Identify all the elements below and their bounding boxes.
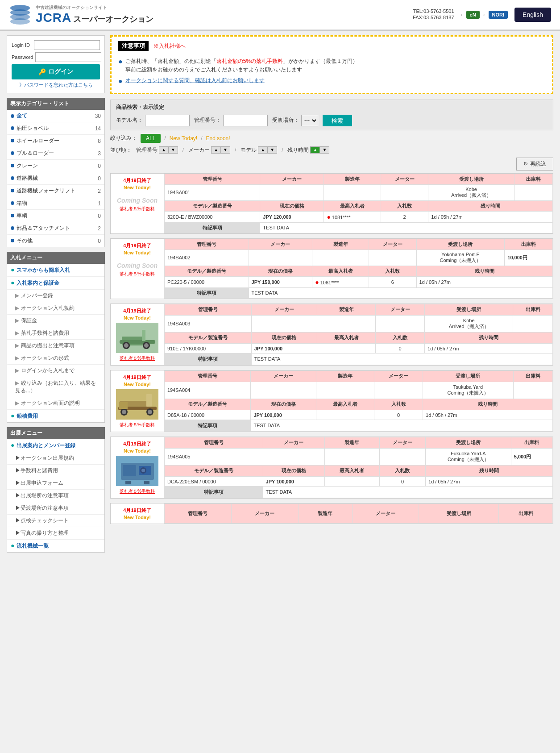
sort-mgmt-btns: ▲ ▼ [159,146,178,154]
notice-link[interactable]: オークションに関する質問、確認は入札前にお願いします [125,77,265,84]
item-end-date-4: 4月19日終了 [114,374,160,381]
header-contact: TEL:03-5763-5501 FAX:03-5763-8187 [413,8,454,21]
item-table-6: 管理番号 メーカー 製造年 メーター 受渡し場所 出庫料 [164,503,553,524]
sort-remaining-btns: ▲ ▼ [310,146,329,154]
exhibit-menu-unsold[interactable]: ●流札機械一覧 [7,540,104,552]
bid-menu-fees[interactable]: ▶落札手数料と諸費用 [7,327,104,340]
filter-new-today-link[interactable]: New Today! [170,135,197,141]
english-button[interactable]: English [514,8,551,22]
sort-remaining-desc[interactable]: ▼ [320,147,329,153]
category-item-other[interactable]: その他 0 [7,235,104,247]
mgmt-input[interactable] [223,115,268,126]
bid-menu-guide[interactable]: ●入札案内と保証金 [7,277,104,290]
bid-menu: ●スマホからも簡単入札 ●入札案内と保証金 ▶メンバー登録 ▶オークション入札規… [7,264,105,423]
filter-all-button[interactable]: ALL [141,134,161,143]
item-table-5: 管理番号 メーカー 製造年 メーター 受渡し場所 出庫料 194SA005 Fu… [164,437,553,498]
exhibit-menu-title: 出展メニュー [7,427,105,439]
category-item-all[interactable]: 全て 30 [7,110,104,122]
category-item-road[interactable]: 道路機械 0 [7,172,104,185]
model-input[interactable] [145,115,190,126]
item-fee-link-4[interactable]: 落札者５%手数料 [114,422,160,428]
bid-menu-shipping[interactable]: ▶商品の搬出と注意事項 [7,340,104,352]
login-button[interactable]: 🔑 ログイン [12,64,100,79]
sort-mgmt-asc[interactable]: ▲ [159,147,169,153]
sort-maker-desc[interactable]: ▼ [221,147,230,153]
exhibit-menu-guide[interactable]: ●出展案内とメンバー登録 [7,439,104,452]
bid-menu-filter[interactable]: ▶絞り込み（お気に入り、結果を見る...） [7,377,104,397]
category-item-box[interactable]: 箱物 1 [7,197,104,210]
filter-end-soon-link[interactable]: End soon! [206,135,230,141]
category-item-wheel-loader[interactable]: ホイールローダー 8 [7,135,104,147]
exhibit-menu-rules[interactable]: ▶オークション出展規約 [7,452,104,465]
exhibit-menu-checklist[interactable]: ▶点検チェックシート [7,515,104,527]
category-item-vehicle[interactable]: 車輌 0 [7,210,104,222]
model-label: モデル名： [116,116,143,124]
bid-menu-shipping-cost[interactable]: ●船積費用 [7,410,104,422]
sort-model-desc[interactable]: ▼ [268,147,277,153]
sort-model-asc[interactable]: ▲ [258,147,268,153]
key-icon: 🔑 [38,68,46,75]
item-new-badge-6: New Today! [114,515,160,520]
bid-menu-deposit[interactable]: ▶保証金 [7,315,104,327]
notice-item-1: ● ご落札時、「落札金額」の他に別途「落札金額の5%の落札手数料」がかかります（… [118,57,545,74]
logo-main: JCRA スーパーオークション [36,11,153,25]
item-fee-link-2[interactable]: 落札者５%手数料 [114,271,160,277]
bid-menu-format[interactable]: ▶オークションの形式 [7,352,104,365]
sort-mgmt-desc[interactable]: ▼ [169,147,178,153]
exhibit-menu-venue-notes[interactable]: ▶出展場所の注意事項 [7,490,104,502]
sort-maker-asc[interactable]: ▲ [212,147,221,153]
item-left-4: 4月19日終了 New Today! [111,370,164,432]
bid-menu-screen[interactable]: ▶オークション画面の説明 [7,397,104,410]
login-btn-label: ログイン [48,68,73,76]
exhibit-menu: ●出展案内とメンバー登録 ▶オークション出展規約 ▶手数料と諸費用 ▶出展申込フ… [7,439,105,553]
reload-button[interactable]: ↻ 再読込 [516,158,553,171]
notice-highlight: 落札金額の5%の落札手数料 [216,58,283,64]
item-new-badge-3: New Today! [114,315,160,320]
item-fee-link-5[interactable]: 落札者５%手数料 [114,488,160,495]
item-end-date-3: 4月19日終了 [114,308,160,314]
item-table-1: 管理番号 メーカー 製造年 メーター 受渡し場所 出庫料 194SA001 Ko… [164,174,553,233]
category-dot-all: 全て [11,112,27,120]
logo-subtitle: 中古建設機械のオークションサイト [36,4,153,11]
notice-title: 注意事項 [118,41,149,51]
bid-menu-rules[interactable]: ▶オークション入札規約 [7,302,104,315]
item-fee-link-1[interactable]: 落札者５%手数料 [114,206,160,212]
sort-row: 並び順： 管理番号 ▲ ▼ / メーカー ▲ ▼ / モデル ▲ [110,146,553,154]
password-label: Password [12,54,33,60]
bid-menu-login-process[interactable]: ▶ログインから入札まで [7,365,104,377]
svg-rect-11 [142,330,145,341]
category-item-crane[interactable]: クレーン 0 [7,160,104,172]
item-image-5 [116,456,158,486]
category-item-parts[interactable]: 部品＆アタッチメント 2 [7,222,104,235]
item-image-3 [116,323,158,353]
exhibit-menu-photos[interactable]: ▶写真の撮り方と整理 [7,527,104,540]
bid-menu-member[interactable]: ▶メンバー登録 [7,290,104,302]
search-button[interactable]: 検索 [323,115,352,126]
item-fee-link-3[interactable]: 落札者５%手数料 [114,355,160,362]
notice-item-2: ● オークションに関する質問、確認は入札前にお願いします [118,77,545,85]
mgmt-search-field: 管理番号： [194,115,268,126]
item-new-badge-5: New Today! [114,448,160,453]
category-item-excavator[interactable]: 油圧ショベル 14 [7,122,104,135]
exhibit-menu-delivery-notes[interactable]: ▶受渡場所の注意事項 [7,502,104,515]
item-table-3: 管理番号 メーカー 製造年 メーター 受渡し場所 出庫料 194SA003 Ko… [164,304,553,365]
category-title: 表示カテゴリー・リスト [7,98,105,110]
forgot-password-link[interactable]: 》パスワードを忘れた方はこちら [12,82,100,88]
item-table-4: 管理番号 メーカー 製造年 メーター 受渡し場所 出庫料 194SA004 Ts… [164,370,553,432]
exhibit-menu-fees[interactable]: ▶手数料と諸費用 [7,465,104,477]
svg-rect-25 [125,481,131,484]
category-item-forklift[interactable]: 道路機械フォークリフト 2 [7,185,104,197]
sort-model-btns: ▲ ▼ [258,146,277,154]
item-card-5: 4月19日終了 New Today! [110,437,553,499]
delivery-select[interactable]: --- [301,115,318,126]
svg-point-10 [144,343,149,348]
bid-menu-smartphone[interactable]: ●スマホからも簡単入札 [7,264,104,277]
sort-remaining-asc[interactable]: ▲ [311,147,320,153]
svg-point-8 [124,343,129,348]
login-id-input[interactable] [34,40,100,50]
delivery-search-field: 受渡場所： --- [272,115,318,126]
header: 中古建設機械のオークションサイト JCRA スーパーオークション TEL:03-… [0,0,560,30]
password-input[interactable] [35,52,101,62]
category-item-bull[interactable]: ブル＆ローダー 3 [7,147,104,160]
exhibit-menu-form[interactable]: ▶出展申込フォーム [7,477,104,490]
